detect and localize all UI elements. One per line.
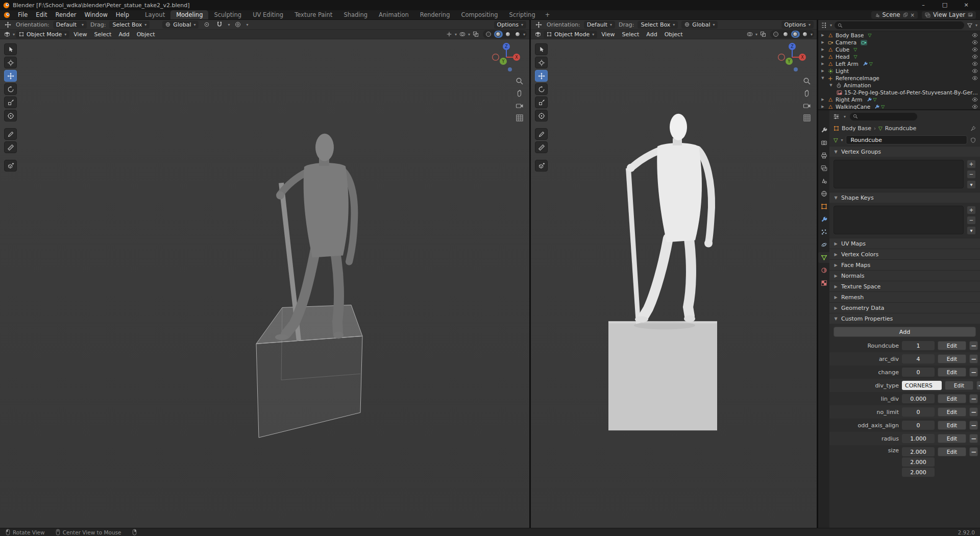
panel-shape-keys[interactable]: ▼ Shape Keys [829,192,980,203]
close-button[interactable]: × [955,0,977,10]
pan-hand-icon[interactable] [803,89,811,98]
menu-help[interactable]: Help [112,10,133,19]
edit-property-button[interactable]: Edit [938,341,966,350]
edit-property-button[interactable]: Edit [945,381,973,390]
pin-icon[interactable] [970,126,976,131]
statue-figure[interactable] [626,114,713,324]
show-gizmo-icon[interactable] [445,31,454,38]
remove-property-button[interactable]: − [976,381,980,390]
collapse-arrow[interactable]: ▼ [828,83,834,87]
remove-property-button[interactable]: − [969,394,978,403]
shading-solid-button[interactable] [781,31,790,38]
shading-material-button[interactable] [791,31,800,38]
mode-dropdown[interactable]: Object Mode ▾ [544,31,597,38]
blender-menu-icon[interactable] [0,10,14,19]
panel-face-maps[interactable]: ▶ Face Maps [829,259,980,270]
new-view-layer-icon[interactable] [968,12,973,17]
edit-property-button[interactable]: Edit [938,407,966,417]
panel-vertex-groups[interactable]: ▼ Vertex Groups [829,146,980,157]
outliner-item-reference-image[interactable]: ▼ ReferenceImage [818,75,980,82]
vertex-groups-list[interactable] [834,160,964,188]
menu-edit[interactable]: Edit [32,10,51,19]
panel-vertex-colors[interactable]: ▶ Vertex Colors [829,249,980,259]
pedestal[interactable] [608,321,717,430]
panel-texture-space[interactable]: ▶ Texture Space [829,281,980,291]
properties-search-input[interactable] [850,113,917,120]
remove-property-button[interactable]: − [969,341,978,350]
outliner-item-reference-image-file[interactable]: 15-2-Peg-leg-Statue-of-Peter-Stuyvesant-… [818,89,980,96]
outliner-search-input[interactable] [835,21,964,29]
new-scene-icon[interactable] [903,12,908,17]
view-menu[interactable]: View [70,31,90,38]
mode-dropdown[interactable]: Object Mode ▾ [16,31,69,38]
scene-right[interactable] [531,39,817,528]
outliner-item-right-arm[interactable]: ▶ △ Right Arm ▽ [818,96,980,103]
remove-property-button[interactable]: − [969,368,978,377]
orientation-dropdown[interactable]: Default ▾ [584,21,615,29]
visibility-eye-icon[interactable] [972,68,978,74]
tool-annotate[interactable] [4,128,17,140]
prop-value-field[interactable]: 2.000 [902,457,935,467]
camera-view-icon[interactable] [516,102,524,110]
expand-arrow[interactable]: ▶ [820,69,825,73]
remove-property-button[interactable]: − [969,421,978,430]
shading-wireframe-button[interactable] [772,31,780,38]
visibility-eye-icon[interactable] [972,104,978,109]
tool-select-box[interactable] [4,43,17,55]
prop-value-field[interactable]: 0 [902,368,935,377]
outliner-editor-icon[interactable] [821,22,827,29]
shape-keys-list[interactable] [834,206,964,234]
overlays-caret[interactable]: ▾ [468,32,470,37]
tool-move[interactable] [4,70,17,82]
prop-value-field[interactable]: 0 [902,421,935,430]
remove-vertex-group-button[interactable]: − [967,170,976,179]
add-custom-property-button[interactable]: Add [834,327,976,337]
remove-property-button[interactable]: − [969,354,978,363]
add-menu[interactable]: Add [643,31,660,38]
xray-toggle-icon[interactable] [758,31,768,38]
tab-compositing[interactable]: Compositing [455,10,503,19]
properties-tab-physics[interactable] [818,239,829,250]
edit-property-button[interactable]: Edit [938,434,966,443]
view-layer-selector[interactable]: View Layer [922,11,976,19]
prop-value-field[interactable]: 0.000 [902,394,935,403]
viewport-canvas-right[interactable]: Z X Y [531,39,817,528]
remove-shape-key-button[interactable]: − [967,216,976,225]
tab-layout[interactable]: Layout [139,10,170,19]
drag-dropdown[interactable]: Select Box ▾ [638,21,678,29]
proportional-editing-icon[interactable] [233,21,242,29]
datablock-browse-caret[interactable]: ▾ [841,138,843,142]
properties-tab-scene[interactable] [818,176,829,186]
outliner-item-camera[interactable]: ▶ Camera [818,39,980,46]
outliner-item-animation[interactable]: ▼ Animation [818,82,980,89]
maximize-button[interactable]: □ [934,0,955,10]
prop-value-field[interactable]: CORNERS [902,381,942,390]
tab-rendering[interactable]: Rendering [414,10,456,19]
options-dropdown[interactable]: Options ▾ [494,21,526,29]
gizmo-caret[interactable]: ▾ [455,32,457,37]
prop-value-field[interactable]: 4 [902,354,935,363]
drag-dropdown[interactable]: Select Box ▾ [109,21,150,29]
tool-annotate[interactable] [535,128,548,140]
tool-cursor[interactable] [535,57,548,68]
properties-tab-world[interactable] [818,188,829,199]
snap-magnet-icon[interactable] [215,21,224,29]
grid-toggle-icon[interactable] [803,114,811,122]
add-vertex-group-button[interactable]: + [967,160,976,168]
outliner-item-walkingcane[interactable]: ▶ △ WalkingCane ▽ [818,103,980,109]
prop-value-field[interactable]: 2.000 [902,468,935,477]
panel-geometry-data[interactable]: ▶ Geometry Data [829,302,980,313]
object-menu[interactable]: Object [134,31,158,38]
add-shape-key-button[interactable]: + [967,206,976,214]
visibility-eye-icon[interactable] [972,96,978,103]
shading-rendered-button[interactable] [801,31,810,38]
tab-shading[interactable]: Shading [338,10,373,19]
tab-sculpting[interactable]: Sculpting [208,10,247,19]
active-tool-icon[interactable] [534,21,543,29]
tool-rotate[interactable] [4,83,17,95]
proportional-dropdown[interactable]: ▾ [246,22,248,27]
tool-measure[interactable] [4,141,17,153]
navigation-gizmo[interactable]: Z X Y [491,41,522,73]
edit-property-button[interactable]: Edit [938,368,966,377]
visibility-eye-icon[interactable] [972,46,978,53]
